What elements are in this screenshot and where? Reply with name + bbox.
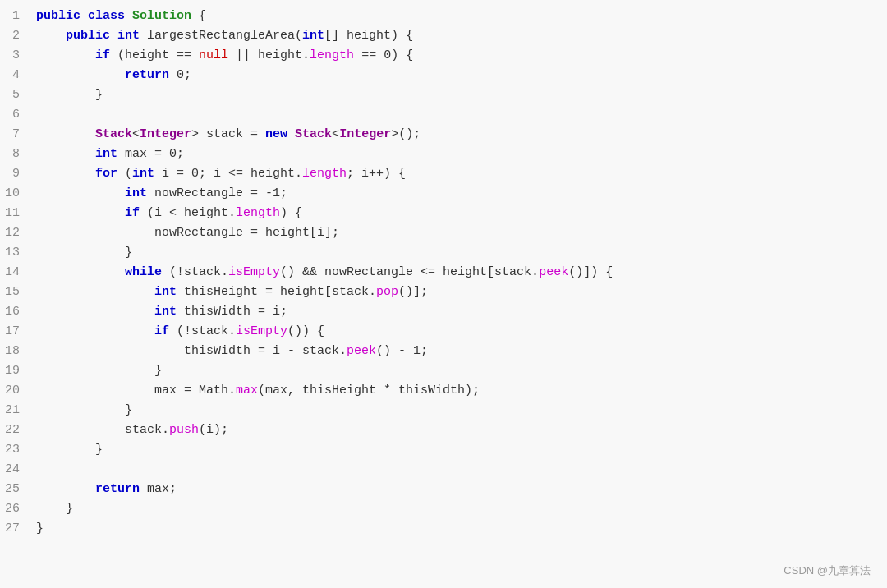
table-row: 27} xyxy=(0,519,887,539)
table-row: 6 xyxy=(0,105,887,125)
code-container: 1public class Solution {2 public int lar… xyxy=(0,0,887,588)
line-number: 4 xyxy=(0,66,33,85)
line-number: 8 xyxy=(0,145,33,164)
table-row: 18 thisWidth = i - stack.peek() - 1; xyxy=(0,342,887,361)
line-content: stack.push(i); xyxy=(33,420,887,440)
code-table: 1public class Solution {2 public int lar… xyxy=(0,7,887,539)
line-content: } xyxy=(33,401,887,420)
line-content: max = Math.max(max, thisHeight * thisWid… xyxy=(33,381,887,401)
table-row: 2 public int largestRectangleArea(int[] … xyxy=(0,26,887,46)
line-number: 23 xyxy=(0,440,33,460)
line-content: } xyxy=(33,243,887,263)
line-content: if (i < height.length) { xyxy=(33,204,887,223)
table-row: 20 max = Math.max(max, thisHeight * this… xyxy=(0,381,887,401)
line-number: 11 xyxy=(0,204,33,223)
line-content: if (height == null || height.length == 0… xyxy=(33,46,887,66)
line-content: for (int i = 0; i <= height.length; i++)… xyxy=(33,164,887,184)
table-row: 7 Stack<Integer> stack = new Stack<Integ… xyxy=(0,125,887,145)
line-number: 19 xyxy=(0,361,33,381)
line-content: int max = 0; xyxy=(33,145,887,164)
line-number: 12 xyxy=(0,223,33,243)
line-number: 14 xyxy=(0,263,33,283)
line-number: 16 xyxy=(0,302,33,322)
line-number: 18 xyxy=(0,342,33,361)
table-row: 25 return max; xyxy=(0,480,887,499)
line-content: int thisHeight = height[stack.pop()]; xyxy=(33,283,887,302)
table-row: 14 while (!stack.isEmpty() && nowRectang… xyxy=(0,263,887,283)
table-row: 19 } xyxy=(0,361,887,381)
line-content: } xyxy=(33,440,887,460)
line-number: 7 xyxy=(0,125,33,145)
line-number: 27 xyxy=(0,519,33,539)
line-number: 1 xyxy=(0,7,33,26)
table-row: 11 if (i < height.length) { xyxy=(0,204,887,223)
line-content: int nowRectangle = -1; xyxy=(33,184,887,204)
table-row: 16 int thisWidth = i; xyxy=(0,302,887,322)
table-row: 1public class Solution { xyxy=(0,7,887,26)
table-row: 8 int max = 0; xyxy=(0,145,887,164)
table-row: 5 } xyxy=(0,85,887,105)
line-content: } xyxy=(33,519,887,539)
line-content: } xyxy=(33,85,887,105)
table-row: 3 if (height == null || height.length ==… xyxy=(0,46,887,66)
line-number: 24 xyxy=(0,460,33,480)
line-content: return 0; xyxy=(33,66,887,85)
line-number: 15 xyxy=(0,283,33,302)
watermark: CSDN @九章算法 xyxy=(784,563,871,578)
line-content xyxy=(33,460,887,480)
table-row: 22 stack.push(i); xyxy=(0,420,887,440)
line-content: public class Solution { xyxy=(33,7,887,26)
line-number: 20 xyxy=(0,381,33,401)
line-content: thisWidth = i - stack.peek() - 1; xyxy=(33,342,887,361)
line-number: 25 xyxy=(0,480,33,499)
table-row: 12 nowRectangle = height[i]; xyxy=(0,223,887,243)
table-row: 15 int thisHeight = height[stack.pop()]; xyxy=(0,283,887,302)
line-content: } xyxy=(33,499,887,519)
table-row: 17 if (!stack.isEmpty()) { xyxy=(0,322,887,342)
line-content: if (!stack.isEmpty()) { xyxy=(33,322,887,342)
line-content xyxy=(33,105,887,125)
line-content: public int largestRectangleArea(int[] he… xyxy=(33,26,887,46)
table-row: 10 int nowRectangle = -1; xyxy=(0,184,887,204)
line-number: 13 xyxy=(0,243,33,263)
line-number: 26 xyxy=(0,499,33,519)
line-content: nowRectangle = height[i]; xyxy=(33,223,887,243)
line-content: Stack<Integer> stack = new Stack<Integer… xyxy=(33,125,887,145)
line-content: while (!stack.isEmpty() && nowRectangle … xyxy=(33,263,887,283)
line-number: 9 xyxy=(0,164,33,184)
line-content: } xyxy=(33,361,887,381)
line-number: 22 xyxy=(0,420,33,440)
table-row: 21 } xyxy=(0,401,887,420)
line-number: 6 xyxy=(0,105,33,125)
table-row: 24 xyxy=(0,460,887,480)
table-row: 9 for (int i = 0; i <= height.length; i+… xyxy=(0,164,887,184)
line-number: 3 xyxy=(0,46,33,66)
line-number: 5 xyxy=(0,85,33,105)
line-number: 2 xyxy=(0,26,33,46)
line-number: 10 xyxy=(0,184,33,204)
table-row: 13 } xyxy=(0,243,887,263)
line-content: return max; xyxy=(33,480,887,499)
line-content: int thisWidth = i; xyxy=(33,302,887,322)
table-row: 4 return 0; xyxy=(0,66,887,85)
line-number: 17 xyxy=(0,322,33,342)
line-number: 21 xyxy=(0,401,33,420)
table-row: 26 } xyxy=(0,499,887,519)
table-row: 23 } xyxy=(0,440,887,460)
